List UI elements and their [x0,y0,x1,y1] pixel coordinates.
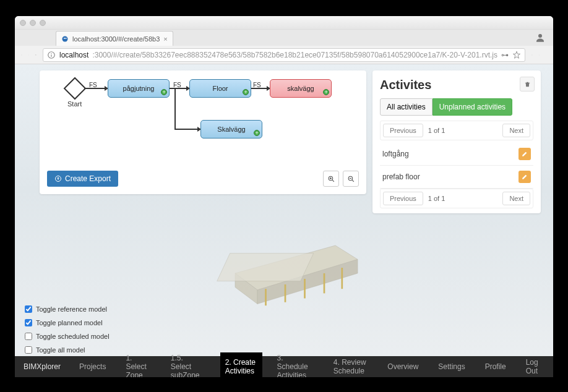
info-icon[interactable] [47,51,56,59]
plus-icon[interactable] [254,130,260,136]
nav-logout[interactable]: Log Out [521,352,544,377]
export-icon [54,175,62,182]
nav-select-zone[interactable]: 1. Select Zone [121,348,155,377]
svg-point-3 [538,34,542,38]
checkbox[interactable] [25,319,32,326]
svg-point-1 [64,38,65,39]
activity-name: prefab floor [382,173,420,181]
tab-title: localhost:3000/#/create/58b3 [72,35,160,43]
url-path: :3000/#/create/58b33267eec888352478e563/… [92,51,497,59]
connector [174,88,176,129]
plus-icon[interactable] [161,89,167,95]
prev-button[interactable]: Previous [383,192,423,205]
tab-unplanned-activities[interactable]: Unplanned activities [432,98,512,116]
edit-activity-button[interactable] [519,148,531,160]
toggle-reference-model[interactable]: Toggle reference model [25,305,110,313]
checkbox[interactable] [25,333,32,340]
checkbox[interactable] [25,305,32,313]
nav-select-subzone[interactable]: 1.5. Select subZone [166,348,210,377]
nav-schedule-activities[interactable]: 3. Schedule Activities [272,348,319,377]
layer-toggle-list: Toggle reference model Toggle planned mo… [25,305,110,354]
svg-line-14 [332,180,334,182]
window-min[interactable] [30,20,36,26]
toggle-planned-model[interactable]: Toggle planned model [25,319,110,326]
toggle-label: Toggle scheduled model [36,333,110,340]
create-export-label: Create Export [65,174,111,183]
create-export-button[interactable]: Create Export [47,171,118,187]
forward-icon [28,51,30,59]
panel-title: Activites [380,78,533,92]
browser-tab[interactable]: localhost:3000/#/create/58b3 × [56,31,173,46]
profile-avatar-icon[interactable] [535,32,546,43]
address-bar[interactable]: localhost :3000/#/create/58b33267eec8883… [43,48,525,62]
page-indicator: 1 of 1 [423,195,503,202]
activity-row: loftgång [380,143,533,166]
activity-name: loftgång [382,150,409,158]
plus-icon[interactable] [243,89,249,95]
connector [251,88,269,89]
back-icon[interactable] [21,51,22,59]
activity-row: prefab floor [380,166,533,189]
toggle-all-model[interactable]: Toggle all model [25,346,110,354]
connector [174,129,199,130]
node-label: skalvägg [287,85,314,92]
close-tab-icon[interactable]: × [163,35,167,43]
node-label: Skalvägg [217,126,245,133]
node-pagjutning[interactable]: pågjutning [108,79,170,98]
toggle-label: Toggle reference model [36,305,107,313]
node-label: pågjutning [123,85,155,92]
checkbox[interactable] [25,346,32,354]
toggle-label: Toggle planned model [36,319,103,326]
favicon-icon [61,35,69,43]
next-button[interactable]: Next [502,192,530,205]
nav-settings[interactable]: Settings [433,357,470,377]
activities-panel: Activites All activities Unplanned activ… [372,70,541,213]
svg-rect-23 [217,254,314,281]
url-host: localhost [59,51,88,59]
svg-point-0 [62,36,68,41]
window-close[interactable] [20,20,26,26]
start-node-label: Start [67,100,82,108]
nav-review-schedule[interactable]: 4. Review Schedule [329,352,372,377]
window-max[interactable] [40,20,46,26]
start-node[interactable] [64,77,87,100]
nav-overview[interactable]: Overview [382,357,423,377]
zoom-out-button[interactable] [343,171,359,187]
key-icon: ⊶ [501,51,509,59]
connector [84,88,107,89]
toggle-label: Toggle all model [36,346,85,354]
edit-activity-button[interactable] [519,171,531,183]
svg-point-5 [51,53,51,53]
page-indicator: 1 of 1 [423,127,503,134]
svg-point-8 [539,54,540,55]
svg-rect-7 [531,54,532,55]
svg-rect-6 [51,54,51,57]
nav-profile[interactable]: Profile [480,357,511,377]
reload-icon[interactable] [35,51,37,59]
process-diagram-panel: Start FS pågjutning FS Floor FS skalvägg… [40,70,366,194]
delete-button[interactable] [520,77,535,92]
nav-projects[interactable]: Projects [74,357,111,377]
tab-all-activities[interactable]: All activities [380,98,432,116]
prev-button[interactable]: Previous [383,124,423,137]
node-floor[interactable]: Floor [189,79,251,98]
3d-model-viewport[interactable] [213,200,380,324]
pager-bottom: Previous 1 of 1 Next [380,189,533,208]
plus-icon[interactable] [323,89,329,95]
pager-top: Previous 1 of 1 Next [380,121,533,140]
brand-label: BIMXplorer [24,362,61,371]
svg-line-18 [352,180,354,182]
next-button[interactable]: Next [502,124,530,137]
ext-icon-2[interactable] [539,51,540,59]
nav-create-activities[interactable]: 2. Create Activities [220,352,262,377]
node-skalvagg-selected[interactable]: skalvägg [270,79,332,98]
menu-icon[interactable] [546,51,547,59]
ext-icon-1[interactable] [531,51,533,59]
node-skalvagg-2[interactable]: Skalvägg [200,120,262,138]
zoom-in-button[interactable] [323,171,339,187]
node-label: Floor [212,85,228,92]
bottom-nav: BIMXplorer Projects 1. Select Zone 1.5. … [15,356,553,377]
toggle-scheduled-model[interactable]: Toggle scheduled model [25,333,110,340]
bookmark-star-icon[interactable] [512,51,521,59]
svg-point-2 [66,38,67,39]
